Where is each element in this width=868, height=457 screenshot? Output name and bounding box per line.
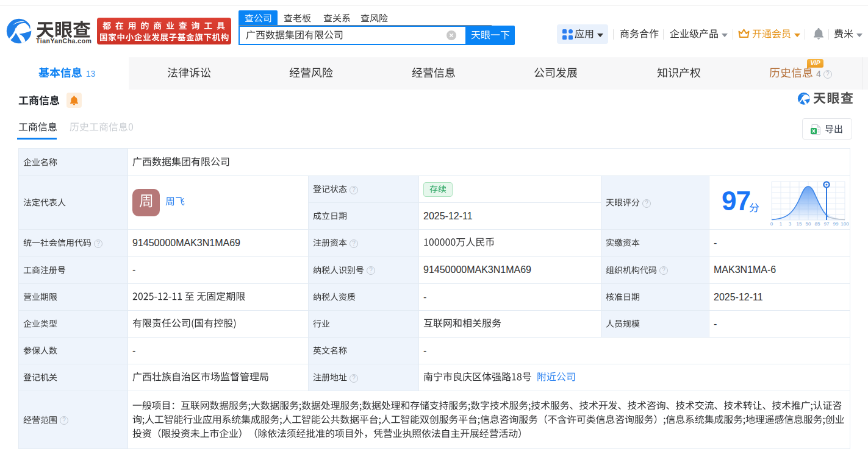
svg-text:1: 1 [780, 221, 783, 227]
svg-text:97: 97 [824, 221, 830, 227]
svg-text:85: 85 [815, 221, 820, 227]
svg-text:100: 100 [841, 221, 849, 227]
svg-text:0: 0 [770, 221, 773, 227]
svg-text:50: 50 [806, 221, 811, 227]
svg-text:3: 3 [789, 221, 792, 227]
svg-text:99: 99 [833, 221, 839, 227]
svg-text:15: 15 [797, 221, 802, 227]
